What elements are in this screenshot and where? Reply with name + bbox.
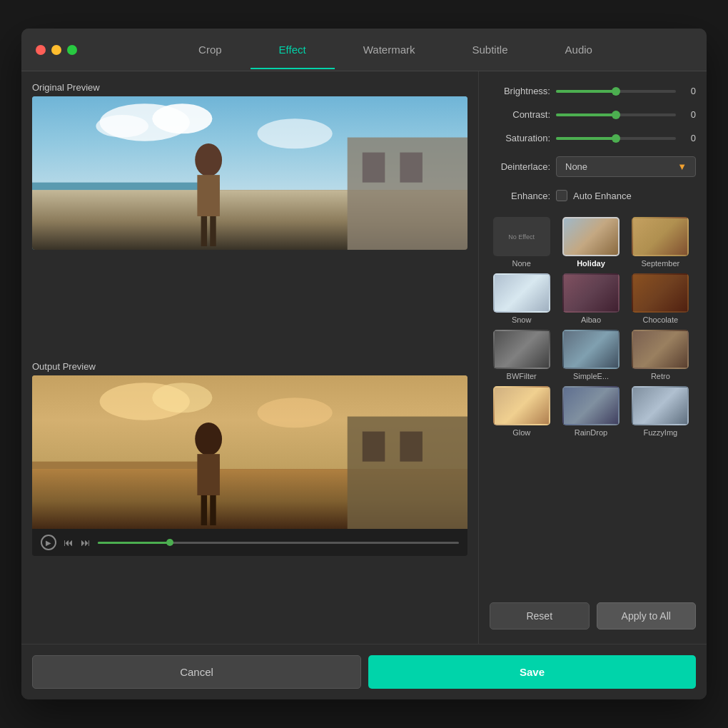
brightness-row: Brightness: 0 xyxy=(490,86,696,96)
controls-panel: Brightness: 0 Contrast: 0 Saturation: xyxy=(478,71,707,644)
contrast-label: Contrast: xyxy=(490,109,550,120)
svg-rect-14 xyxy=(210,216,216,246)
tab-effect[interactable]: Effect xyxy=(251,38,335,61)
play-button[interactable]: ▶ xyxy=(41,535,56,550)
svg-rect-9 xyxy=(363,153,385,183)
output-preview-section: Output Preview xyxy=(32,361,467,633)
prev-frame-button[interactable]: ⏮ xyxy=(64,537,74,548)
filter-none-label: None xyxy=(512,259,531,268)
reset-button[interactable]: Reset xyxy=(490,602,590,630)
apply-to-all-button[interactable]: Apply to All xyxy=(597,602,697,630)
saturation-value: 0 xyxy=(682,133,696,143)
saturation-fill xyxy=(556,137,616,140)
filter-fuzzyimg[interactable]: FuzzyImg xyxy=(629,386,692,437)
close-button[interactable] xyxy=(36,45,46,55)
svg-rect-28 xyxy=(210,495,216,525)
window-controls xyxy=(36,45,77,55)
brightness-slider[interactable] xyxy=(556,90,676,93)
filter-chocolate-label: Chocolate xyxy=(643,315,679,324)
svg-point-11 xyxy=(195,143,222,176)
no-effect-text: No Effect xyxy=(508,233,535,241)
original-preview-image xyxy=(32,96,467,250)
main-content: Original Preview xyxy=(21,71,707,644)
filter-glow-thumb xyxy=(493,386,550,425)
svg-point-17 xyxy=(152,383,212,413)
filter-raindrop-label: RainDrop xyxy=(575,428,607,437)
contrast-slider[interactable] xyxy=(556,113,676,116)
svg-point-2 xyxy=(152,103,212,133)
saturation-thumb xyxy=(612,134,620,143)
next-frame-button[interactable]: ⏭ xyxy=(81,537,91,548)
svg-point-4 xyxy=(258,118,333,148)
svg-rect-12 xyxy=(197,175,220,216)
deinterlace-row: Deinterlace: None ▼ xyxy=(490,156,696,177)
filter-aibao[interactable]: Aibao xyxy=(559,273,622,324)
saturation-row: Saturation: 0 xyxy=(490,133,696,143)
tab-subtitle[interactable]: Subtitle xyxy=(443,38,536,61)
filter-chocolate-thumb xyxy=(632,273,689,313)
filter-simple-thumb xyxy=(562,330,620,369)
filter-retro-label: Retro xyxy=(651,372,670,380)
progress-bar[interactable] xyxy=(98,542,459,544)
svg-rect-27 xyxy=(201,495,207,525)
tab-watermark[interactable]: Watermark xyxy=(335,38,444,61)
filter-glow-label: Glow xyxy=(512,428,530,437)
filter-snow-label: Snow xyxy=(512,315,532,324)
tab-audio[interactable]: Audio xyxy=(537,38,621,61)
minimize-button[interactable] xyxy=(51,45,61,55)
dropdown-arrow-icon: ▼ xyxy=(677,161,687,172)
filter-retro[interactable]: Retro xyxy=(629,330,692,380)
filter-bwfilter[interactable]: BWFilter xyxy=(490,330,553,380)
filter-action-buttons: Reset Apply to All xyxy=(490,595,696,630)
svg-point-25 xyxy=(195,423,222,455)
filter-chocolate[interactable]: Chocolate xyxy=(629,273,692,324)
contrast-thumb xyxy=(612,111,620,119)
contrast-fill xyxy=(556,113,616,116)
filter-holiday-thumb xyxy=(562,217,620,256)
maximize-button[interactable] xyxy=(67,45,77,55)
contrast-row: Contrast: 0 xyxy=(490,109,696,120)
filter-september-label: September xyxy=(641,259,679,268)
deinterlace-label: Deinterlace: xyxy=(490,161,550,172)
filter-none[interactable]: No Effect None xyxy=(490,217,553,268)
filter-aibao-label: Aibao xyxy=(581,315,601,324)
filter-bwfilter-label: BWFilter xyxy=(507,372,537,380)
filter-none-thumb: No Effect xyxy=(493,217,550,256)
progress-fill xyxy=(98,542,170,544)
svg-rect-10 xyxy=(400,153,423,183)
filter-aibao-thumb xyxy=(562,273,620,313)
tab-bar: Crop Effect Watermark Subtitle Audio xyxy=(98,38,692,61)
filter-raindrop[interactable]: RainDrop xyxy=(559,386,622,437)
brightness-label: Brightness: xyxy=(490,86,550,96)
deinterlace-value: None xyxy=(565,161,587,172)
tab-crop[interactable]: Crop xyxy=(170,38,251,61)
auto-enhance-text: Auto Enhance xyxy=(573,191,632,201)
filter-simple-label: SimpleE... xyxy=(573,372,609,380)
output-preview-image xyxy=(32,375,467,529)
filter-september[interactable]: September xyxy=(629,217,692,268)
svg-rect-24 xyxy=(400,432,423,462)
svg-rect-26 xyxy=(197,454,220,495)
filter-glow[interactable]: Glow xyxy=(490,386,553,437)
enhance-row: Enhance: Auto Enhance xyxy=(490,190,696,201)
contrast-value: 0 xyxy=(682,109,696,120)
filter-retro-thumb xyxy=(632,330,689,369)
filter-bwfilter-thumb xyxy=(493,330,550,369)
save-button[interactable]: Save xyxy=(368,655,696,689)
filter-fuzzyimg-label: FuzzyImg xyxy=(643,428,677,437)
svg-point-3 xyxy=(96,115,148,138)
deinterlace-dropdown[interactable]: None ▼ xyxy=(556,156,696,177)
saturation-label: Saturation: xyxy=(490,133,550,143)
filter-simple[interactable]: SimpleE... xyxy=(559,330,622,380)
output-preview-label: Output Preview xyxy=(32,361,467,372)
progress-thumb xyxy=(166,539,173,546)
auto-enhance-checkbox[interactable] xyxy=(556,190,567,201)
cancel-button[interactable]: Cancel xyxy=(32,655,361,689)
title-bar: Crop Effect Watermark Subtitle Audio xyxy=(21,29,707,71)
filter-snow[interactable]: Snow xyxy=(490,273,553,324)
brightness-thumb xyxy=(612,87,620,96)
filter-holiday[interactable]: Holiday xyxy=(559,217,622,268)
filter-raindrop-thumb xyxy=(562,386,620,425)
saturation-slider[interactable] xyxy=(556,137,676,140)
original-preview-label: Original Preview xyxy=(32,82,467,93)
